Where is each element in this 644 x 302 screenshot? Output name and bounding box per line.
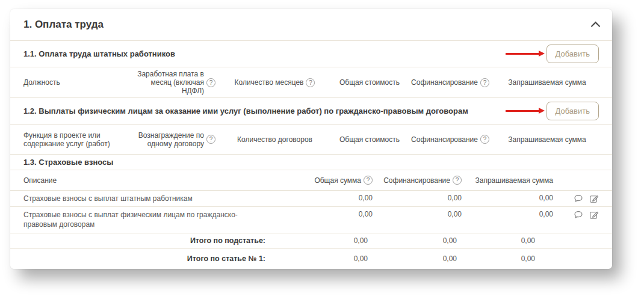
help-icon[interactable] xyxy=(206,78,215,87)
column-header-position: Должность xyxy=(23,78,125,87)
table-row: Страховые взносы с выплат физическим лиц… xyxy=(10,207,612,233)
help-icon[interactable] xyxy=(453,176,462,185)
row-description: Страховые взносы с выплат штатным работн… xyxy=(23,194,265,203)
column-header-total-cost: Общая стоимость xyxy=(334,135,405,144)
subtotal-label: Итого по подстатье: xyxy=(23,236,265,245)
column-header-remuneration: Вознаграждение по одному договору xyxy=(128,131,215,148)
section-total-row: Итого по статье № 1: 0,00 0,00 0,00 xyxy=(10,249,612,269)
column-header-total-cost: Общая стоимость xyxy=(334,78,405,87)
subsection-1-2-columns: Функция в проекте или содержание услуг (… xyxy=(10,125,612,155)
comment-icon[interactable] xyxy=(574,210,583,220)
edit-icon[interactable] xyxy=(589,194,599,203)
column-header-cofinancing: Софинансирование xyxy=(409,135,492,144)
help-icon[interactable] xyxy=(206,135,215,144)
column-header-cofinancing: Софинансирование xyxy=(373,176,462,185)
row-requested: 0,00 xyxy=(462,194,553,202)
collapse-chevron-up-icon[interactable] xyxy=(591,22,601,31)
row-description: Страховые взносы с выплат физическим лиц… xyxy=(23,210,265,229)
column-header-contracts-count: Количество договоров xyxy=(219,135,330,144)
column-header-requested: Запрашиваемая сумма xyxy=(495,78,599,87)
column-header-description: Описание xyxy=(23,176,265,185)
column-header-requested: Запрашиваемая сумма xyxy=(462,176,553,185)
help-icon[interactable] xyxy=(480,135,489,144)
row-total-sum: 0,00 xyxy=(265,210,373,218)
subtotal-row: Итого по подстатье: 0,00 0,00 0,00 xyxy=(10,233,612,249)
annotation-arrow-icon xyxy=(506,110,539,112)
row-cofinancing: 0,00 xyxy=(373,194,462,202)
add-staff-wrap: Добавить xyxy=(506,45,599,63)
subsection-1-2-header: 1.2. Выплаты физическим лицам за оказани… xyxy=(10,98,612,125)
subsection-1-3-title: 1.3. Страховые взносы xyxy=(23,158,113,167)
row-cofinancing: 0,00 xyxy=(373,210,462,218)
help-icon[interactable] xyxy=(364,176,373,185)
column-header-salary: Заработная плата в месяц (включая НДФЛ) xyxy=(128,70,215,95)
subsection-1-3-header: 1.3. Страховые взносы xyxy=(10,155,612,170)
help-icon[interactable] xyxy=(480,78,489,87)
subtotal-cofinancing: 0,00 xyxy=(368,236,457,245)
section-total-cofinancing: 0,00 xyxy=(368,254,457,263)
column-header-months: Количество месяцев xyxy=(219,78,330,87)
section-total-label: Итого по статье № 1: xyxy=(23,254,265,263)
add-contract-button[interactable]: Добавить xyxy=(546,102,599,120)
help-icon[interactable] xyxy=(306,78,315,87)
budget-section-card: 1. Оплата труда 1.1. Оплата труда штатны… xyxy=(10,9,612,269)
edit-icon[interactable] xyxy=(589,210,599,220)
subsection-1-1-title: 1.1. Оплата труда штатных работников xyxy=(23,49,506,58)
add-staff-button[interactable]: Добавить xyxy=(546,45,599,63)
add-contract-wrap: Добавить xyxy=(506,102,599,120)
subsection-1-1-header: 1.1. Оплата труда штатных работников Доб… xyxy=(10,41,612,67)
row-total-sum: 0,00 xyxy=(265,194,373,202)
comment-icon[interactable] xyxy=(574,194,583,203)
section-title: 1. Оплата труда xyxy=(23,19,104,31)
row-requested: 0,00 xyxy=(462,210,553,218)
section-header: 1. Оплата труда xyxy=(10,9,612,41)
table-row: Страховые взносы с выплат штатным работн… xyxy=(10,191,612,207)
subsection-1-2-title: 1.2. Выплаты физическим лицам за оказани… xyxy=(23,106,506,116)
column-header-function: Функция в проекте или содержание услуг (… xyxy=(23,131,125,148)
section-total-requested: 0,00 xyxy=(457,254,535,263)
column-header-requested: Запрашиваемая сумма xyxy=(495,135,599,144)
column-header-cofinancing: Софинансирование xyxy=(409,78,492,87)
annotation-arrow-icon xyxy=(506,53,539,55)
subsection-1-1-columns: Должность Заработная плата в месяц (вклю… xyxy=(10,67,612,98)
subsection-1-3-columns: Описание Общая сумма Софинансирование За… xyxy=(10,170,612,191)
section-total-total: 0,00 xyxy=(265,254,368,263)
subtotal-total: 0,00 xyxy=(265,236,368,245)
column-header-total-sum: Общая сумма xyxy=(265,176,373,185)
subtotal-requested: 0,00 xyxy=(457,236,535,245)
